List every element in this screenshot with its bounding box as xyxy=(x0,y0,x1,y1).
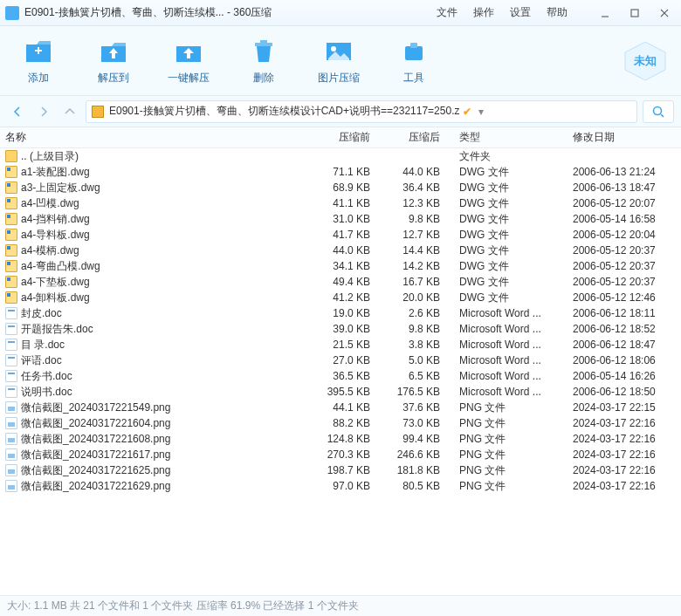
png-icon xyxy=(5,480,17,492)
table-row[interactable]: a4-挡料销.dwg31.0 KB9.8 KBDWG 文件2006-05-14 … xyxy=(0,211,681,227)
png-icon xyxy=(5,401,17,414)
png-icon xyxy=(5,464,17,476)
svg-rect-6 xyxy=(255,43,272,46)
path-text: E0901-接触簧片切槽、弯曲、切断连续模设计CAD+说明书==232117=2… xyxy=(109,104,459,119)
tools-label: 工具 xyxy=(403,71,424,86)
window-title: E0901-接触簧片切槽、弯曲、切断连续模... - 360压缩 xyxy=(24,5,272,20)
extract-button[interactable]: 解压到 xyxy=(87,36,140,86)
forward-button[interactable] xyxy=(33,101,54,122)
svg-rect-11 xyxy=(410,43,417,48)
delete-button[interactable]: 删除 xyxy=(237,36,290,86)
col-name[interactable]: 名称 xyxy=(0,130,314,145)
table-row[interactable]: 微信截图_20240317221549.png44.1 KB37.6 KBPNG… xyxy=(0,400,681,415)
search-button[interactable] xyxy=(643,100,674,123)
menu-operate[interactable]: 操作 xyxy=(473,5,494,20)
table-row[interactable]: 评语.doc27.0 KB5.0 KBMicrosoft Word ...200… xyxy=(0,352,681,368)
dwg-icon xyxy=(5,197,17,209)
svg-rect-7 xyxy=(260,40,267,43)
table-row[interactable]: a4-卸料板.dwg41.2 KB20.0 KBDWG 文件2006-05-12… xyxy=(0,290,681,305)
maximize-button[interactable] xyxy=(623,4,646,22)
table-row[interactable]: 说明书.doc395.5 KB176.5 KBMicrosoft Word ..… xyxy=(0,384,681,400)
table-row[interactable]: a3-上固定板.dwg68.9 KB36.4 KBDWG 文件2006-06-1… xyxy=(0,180,681,195)
navbar: E0901-接触簧片切槽、弯曲、切断连续模设计CAD+说明书==232117=2… xyxy=(0,96,681,127)
format-badge[interactable]: 未知 xyxy=(622,40,669,82)
table-row[interactable]: a4-导料板.dwg41.7 KB12.7 KBDWG 文件2006-05-12… xyxy=(0,227,681,243)
titlebar: E0901-接触簧片切槽、弯曲、切断连续模... - 360压缩 文件 操作 设… xyxy=(0,0,681,26)
image-icon xyxy=(321,36,356,67)
back-button[interactable] xyxy=(7,101,28,122)
delete-label: 删除 xyxy=(253,71,274,86)
table-row[interactable]: a4-凹模.dwg41.1 KB12.3 KBDWG 文件2006-05-12 … xyxy=(0,195,681,211)
doc-icon xyxy=(5,354,17,366)
table-row[interactable]: a4-下垫板.dwg49.4 KB16.7 KBDWG 文件2006-05-12… xyxy=(0,274,681,290)
svg-line-14 xyxy=(661,114,664,117)
doc-icon xyxy=(5,386,17,398)
dwg-icon xyxy=(5,166,17,178)
minimize-button[interactable] xyxy=(594,4,616,22)
folder-icon xyxy=(5,150,17,162)
path-input[interactable]: E0901-接触簧片切槽、弯曲、切断连续模设计CAD+说明书==232117=2… xyxy=(86,100,637,123)
dwg-icon xyxy=(5,291,17,304)
badge-text: 未知 xyxy=(634,53,657,69)
dwg-icon xyxy=(5,213,17,225)
table-row[interactable]: 封皮.doc19.0 KB2.6 KBMicrosoft Word ...200… xyxy=(0,305,681,321)
col-type[interactable]: 类型 xyxy=(454,130,568,145)
png-icon xyxy=(5,433,17,445)
archive-icon xyxy=(92,106,104,118)
extract-label: 解压到 xyxy=(98,71,129,86)
svg-point-9 xyxy=(331,46,336,51)
oneclick-label: 一键解压 xyxy=(168,71,210,86)
verify-icon: ✔ xyxy=(463,106,471,118)
add-label: 添加 xyxy=(28,71,49,86)
add-icon xyxy=(21,36,56,67)
table-row[interactable]: 微信截图_20240317221604.png88.2 KB73.0 KBPNG… xyxy=(0,415,681,431)
oneclick-icon xyxy=(171,36,206,67)
svg-rect-10 xyxy=(405,46,423,60)
doc-icon xyxy=(5,339,17,351)
dwg-icon xyxy=(5,260,17,272)
table-row[interactable]: 任务书.doc36.5 KB6.5 KBMicrosoft Word ...20… xyxy=(0,368,681,384)
dwg-icon xyxy=(5,244,17,257)
svg-rect-5 xyxy=(38,47,39,54)
delete-icon xyxy=(246,36,281,67)
add-button[interactable]: 添加 xyxy=(12,36,65,86)
file-list: .. (上级目录) 文件夹 a1-装配图.dwg71.1 KB44.0 KBDW… xyxy=(0,148,681,595)
table-row[interactable]: 微信截图_20240317221625.png198.7 KB181.8 KBP… xyxy=(0,462,681,478)
close-button[interactable] xyxy=(653,4,676,22)
col-before[interactable]: 压缩前 xyxy=(314,130,384,145)
imgcompress-button[interactable]: 图片压缩 xyxy=(313,36,365,86)
imgcompress-label: 图片压缩 xyxy=(318,71,360,86)
up-button[interactable] xyxy=(59,101,80,122)
dropdown-icon[interactable]: ▾ xyxy=(478,106,484,118)
table-row[interactable]: a4-模柄.dwg44.0 KB14.4 KBDWG 文件2006-05-12 … xyxy=(0,243,681,258)
svg-point-13 xyxy=(654,106,662,114)
table-row[interactable]: a1-装配图.dwg71.1 KB44.0 KBDWG 文件2006-06-13… xyxy=(0,164,681,180)
oneclick-button[interactable]: 一键解压 xyxy=(162,36,215,86)
app-icon xyxy=(5,6,19,20)
table-row[interactable]: 开题报告朱.doc39.0 KB9.8 KBMicrosoft Word ...… xyxy=(0,321,681,337)
png-icon xyxy=(5,448,17,461)
column-header: 名称 压缩前 压缩后 类型 修改日期 xyxy=(0,127,681,148)
table-row[interactable]: 微信截图_20240317221608.png124.8 KB99.4 KBPN… xyxy=(0,431,681,447)
col-date[interactable]: 修改日期 xyxy=(568,130,681,145)
tools-button[interactable]: 工具 xyxy=(388,36,440,86)
status-text: 大小: 1.1 MB 共 21 个文件和 1 个文件夹 压缩率 61.9% 已经… xyxy=(7,599,359,613)
menu-file[interactable]: 文件 xyxy=(437,5,457,20)
png-icon xyxy=(5,417,17,429)
menu-help[interactable]: 帮助 xyxy=(547,5,568,20)
table-row[interactable]: 目 录.doc21.5 KB3.8 KBMicrosoft Word ...20… xyxy=(0,337,681,352)
doc-icon xyxy=(5,370,17,382)
dwg-icon xyxy=(5,276,17,288)
extract-icon xyxy=(96,36,131,67)
table-row[interactable]: a4-弯曲凸模.dwg34.1 KB14.2 KBDWG 文件2006-05-1… xyxy=(0,258,681,274)
table-row[interactable]: 微信截图_20240317221617.png270.3 KB246.6 KBP… xyxy=(0,447,681,462)
toolbar: 添加 解压到 一键解压 删除 图片压缩 工具 未知 xyxy=(0,26,681,96)
col-after[interactable]: 压缩后 xyxy=(384,130,454,145)
parent-row[interactable]: .. (上级目录) 文件夹 xyxy=(0,148,681,164)
table-row[interactable]: 微信截图_20240317221629.png97.0 KB80.5 KBPNG… xyxy=(0,478,681,494)
doc-icon xyxy=(5,307,17,319)
doc-icon xyxy=(5,323,17,335)
tools-icon xyxy=(396,36,431,67)
menu-settings[interactable]: 设置 xyxy=(510,5,531,20)
dwg-icon xyxy=(5,229,17,241)
